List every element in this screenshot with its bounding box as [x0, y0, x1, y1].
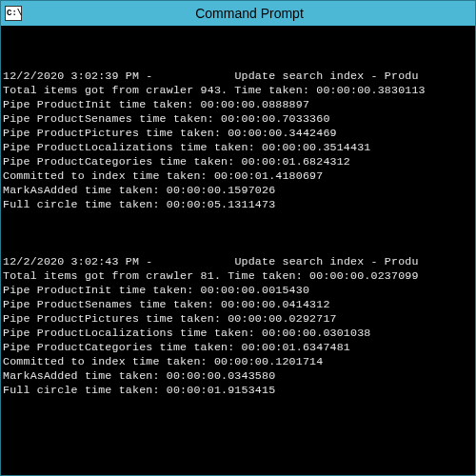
log-line: Pipe ProductLocalizations time taken: 00…	[3, 327, 371, 339]
log-block: 12/2/2020 3:02:43 PM - Update search ind…	[3, 254, 473, 397]
log-line: Pipe ProductCategories time taken: 00:00…	[3, 155, 350, 168]
log-line: Pipe ProductPictures time taken: 00:00:0…	[3, 312, 337, 325]
log-line: Full circle time taken: 00:00:05.1311473	[3, 198, 275, 210]
log-line: Full circle time taken: 00:00:01.9153415	[3, 384, 275, 396]
log-line: Pipe ProductSenames time taken: 00:00:00…	[3, 112, 330, 125]
log-line: Pipe ProductInit time taken: 00:00:00.08…	[3, 98, 309, 110]
log-line: Total items got from crawler 943. Time t…	[3, 84, 426, 96]
log-line: Pipe ProductPictures time taken: 00:00:0…	[3, 127, 337, 139]
terminal-output[interactable]: 12/2/2020 3:02:39 PM - Update search ind…	[1, 26, 475, 475]
titlebar[interactable]: C:\ Command Prompt	[1, 1, 475, 26]
command-prompt-icon: C:\	[5, 6, 22, 21]
log-line: Pipe ProductInit time taken: 00:00:00.00…	[3, 284, 309, 296]
log-line: Pipe ProductSenames time taken: 00:00:00…	[3, 298, 330, 310]
command-prompt-window: C:\ Command Prompt 12/2/2020 3:02:39 PM …	[0, 0, 476, 476]
log-line: MarkAsAdded time taken: 00:00:00.0343580	[3, 369, 275, 382]
timestamp: 12/2/2020 3:02:43 PM	[3, 255, 139, 268]
log-line: MarkAsAdded time taken: 00:00:00.1597026	[3, 184, 275, 196]
log-line: Total items got from crawler 81. Time ta…	[3, 269, 419, 282]
redacted-text	[160, 69, 228, 82]
log-block: 12/2/2020 3:02:39 PM - Update search ind…	[3, 69, 473, 211]
log-line: Committed to index time taken: 00:00:01.…	[3, 169, 323, 182]
log-line: Pipe ProductLocalizations time taken: 00…	[3, 141, 371, 153]
redacted-text	[160, 255, 228, 268]
timestamp: 12/2/2020 3:02:39 PM	[3, 69, 139, 82]
log-line: Committed to index time taken: 00:00:00.…	[3, 355, 323, 367]
header-suffix: Update search index - Produ	[228, 69, 418, 82]
header-suffix: Update search index - Produ	[228, 255, 418, 268]
window-title: Command Prompt	[28, 6, 471, 21]
log-line: Pipe ProductCategories time taken: 00:00…	[3, 341, 350, 353]
